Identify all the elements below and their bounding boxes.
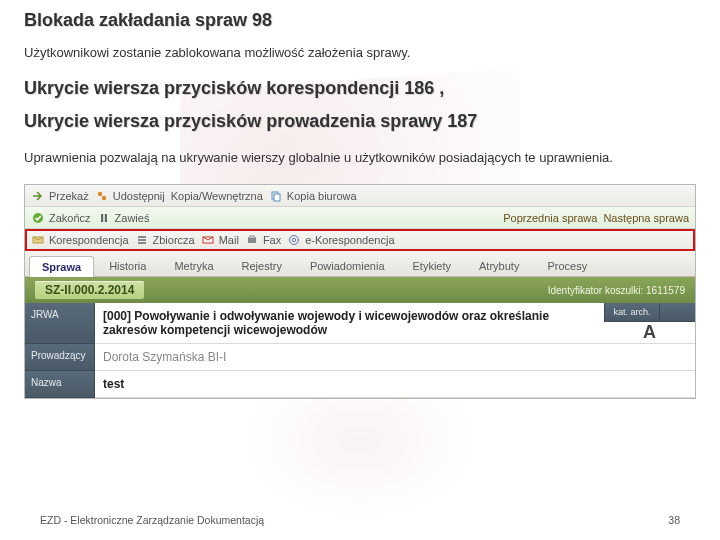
ekoresp-button[interactable]: e-Korespondencja bbox=[287, 233, 394, 247]
jrwa-label: JRWA bbox=[25, 303, 95, 344]
tabstrip: Sprawa Historia Metryka Rejestry Powiado… bbox=[25, 251, 695, 277]
svg-rect-3 bbox=[274, 194, 280, 201]
list-icon bbox=[135, 233, 149, 247]
svg-rect-5 bbox=[101, 214, 103, 222]
fax-icon bbox=[245, 233, 259, 247]
tab-sprawa[interactable]: Sprawa bbox=[29, 256, 94, 277]
zawies-button[interactable]: Zawieś bbox=[97, 211, 150, 225]
prow-value: Dorota Szymańska BI-I bbox=[95, 344, 695, 371]
nazwa-value: test bbox=[95, 371, 695, 398]
ekoresp-label: e-Korespondencja bbox=[305, 234, 394, 246]
mail-button[interactable]: Mail bbox=[201, 233, 239, 247]
heading-2: Ukrycie wiersza przycisków korespondencj… bbox=[24, 78, 696, 99]
zakoncz-button[interactable]: Zakończ bbox=[31, 211, 91, 225]
doc-content: Blokada zakładania spraw 98 Użytkownikow… bbox=[0, 0, 720, 172]
page-footer: EZD - Elektroniczne Zarządzanie Dokument… bbox=[0, 514, 720, 526]
kopia-biur-button[interactable]: Kopia biurowa bbox=[269, 189, 357, 203]
arch-value: A bbox=[604, 322, 695, 344]
footer-page-number: 38 bbox=[668, 514, 680, 526]
toolbar-row-3: Korespondencja Zbiorcza Mail Fax e-Kores… bbox=[25, 229, 695, 251]
koresp-label: Korespondencja bbox=[49, 234, 129, 246]
zawies-label: Zawieś bbox=[115, 212, 150, 224]
zbiorcza-label: Zbiorcza bbox=[153, 234, 195, 246]
case-meta: Identyfikator koszulki: 1611579 bbox=[548, 285, 685, 296]
svg-rect-13 bbox=[249, 235, 255, 238]
kopia-wew-button[interactable]: Kopia/Wewnętrzna bbox=[171, 190, 263, 202]
mail-icon bbox=[201, 233, 215, 247]
tab-etykiety[interactable]: Etykiety bbox=[400, 255, 465, 276]
zakoncz-label: Zakończ bbox=[49, 212, 91, 224]
svg-point-14 bbox=[290, 235, 299, 244]
fax-button[interactable]: Fax bbox=[245, 233, 281, 247]
arch-blank bbox=[659, 303, 695, 322]
nazwa-label: Nazwa bbox=[25, 371, 95, 398]
svg-rect-6 bbox=[104, 214, 106, 222]
share-icon bbox=[95, 189, 109, 203]
pause-icon bbox=[97, 211, 111, 225]
case-header: SZ-II.000.2.2014 Identyfikator koszulki:… bbox=[25, 277, 695, 303]
case-number-badge: SZ-II.000.2.2014 bbox=[35, 281, 144, 299]
case-meta-label: Identyfikator koszulki: bbox=[548, 285, 644, 296]
kopia-biur-label: Kopia biurowa bbox=[287, 190, 357, 202]
heading-1: Blokada zakładania spraw 98 bbox=[24, 10, 696, 31]
forward-icon bbox=[31, 189, 45, 203]
at-icon bbox=[287, 233, 301, 247]
nastepna-link[interactable]: Następna sprawa bbox=[603, 212, 689, 224]
tab-atrybuty[interactable]: Atrybuty bbox=[466, 255, 532, 276]
tab-procesy[interactable]: Procesy bbox=[534, 255, 600, 276]
toolbar-row-2: Zakończ Zawieś Poprzednia sprawa Następn… bbox=[25, 207, 695, 229]
udostepnij-label: Udostępnij bbox=[113, 190, 165, 202]
heading-3: Ukrycie wiersza przycisków prowadzenia s… bbox=[24, 111, 696, 132]
tab-rejestry[interactable]: Rejestry bbox=[229, 255, 295, 276]
case-meta-value: 1611579 bbox=[646, 285, 685, 296]
app-screenshot: Przekaż Udostępnij Kopia/Wewnętrzna Kopi… bbox=[24, 184, 696, 399]
check-icon bbox=[31, 211, 45, 225]
toolbar-row-1: Przekaż Udostępnij Kopia/Wewnętrzna Kopi… bbox=[25, 185, 695, 207]
copy-icon bbox=[269, 189, 283, 203]
koresp-button[interactable]: Korespondencja bbox=[31, 233, 129, 247]
jrwa-value: [000] Powoływanie i odwoływanie wojewody… bbox=[95, 303, 604, 344]
svg-rect-8 bbox=[138, 236, 146, 238]
tab-historia[interactable]: Historia bbox=[96, 255, 159, 276]
udostepnij-button[interactable]: Udostępnij bbox=[95, 189, 165, 203]
fax-label: Fax bbox=[263, 234, 281, 246]
mail-label: Mail bbox=[219, 234, 239, 246]
svg-point-0 bbox=[98, 192, 102, 196]
tab-powiadomienia[interactable]: Powiadomienia bbox=[297, 255, 398, 276]
envelope-icon bbox=[31, 233, 45, 247]
svg-rect-10 bbox=[138, 242, 146, 244]
przekaz-label: Przekaż bbox=[49, 190, 89, 202]
paragraph-2: Uprawnienia pozwalają na ukrywanie wiers… bbox=[24, 144, 696, 173]
case-grid: JRWA [000] Powoływanie i odwoływanie woj… bbox=[25, 303, 695, 398]
poprzednia-link[interactable]: Poprzednia sprawa bbox=[503, 212, 597, 224]
svg-rect-9 bbox=[138, 239, 146, 241]
paragraph-1: Użytkownikowi zostanie zablokowana możli… bbox=[24, 43, 696, 64]
svg-point-15 bbox=[292, 238, 296, 242]
prow-label: Prowadzący bbox=[25, 344, 95, 371]
tab-metryka[interactable]: Metryka bbox=[161, 255, 226, 276]
footer-left: EZD - Elektroniczne Zarządzanie Dokument… bbox=[40, 514, 264, 526]
kopia-wew-label: Kopia/Wewnętrzna bbox=[171, 190, 263, 202]
przekaz-button[interactable]: Przekaż bbox=[31, 189, 89, 203]
zbiorcza-button[interactable]: Zbiorcza bbox=[135, 233, 195, 247]
arch-label: kat. arch. bbox=[604, 303, 659, 322]
svg-point-1 bbox=[102, 196, 106, 200]
